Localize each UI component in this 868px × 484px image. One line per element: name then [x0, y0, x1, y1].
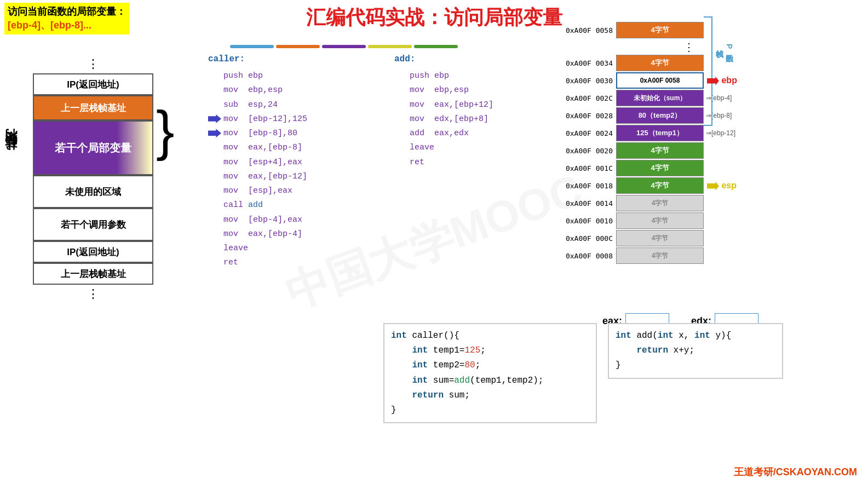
add-asm-area: add: push ebp mov ebp,esp mov eax,[ebp+1… [394, 52, 537, 170]
ccode-line4: int sum=add(temp1,temp2); [391, 373, 589, 388]
mem-addr-0010: 0xA00F 0010 [553, 217, 616, 225]
mem-cell-000c: 4字节 [616, 230, 704, 246]
add-push-ebp: push ebp [394, 69, 537, 83]
ebp-12-label: ⇒[ebp-12] [706, 129, 735, 137]
color-bar-2 [276, 45, 320, 48]
mem-addr-0028: 0xA00F 0028 [553, 112, 616, 120]
ccode-line5: return sum; [391, 388, 589, 403]
asm-line-mov-eax-ebp8: mov eax,[ebp-8] [208, 141, 394, 155]
caller-ccode-area: int caller(){ int temp1=125; int temp2=8… [383, 323, 597, 423]
mem-cell-0058: 4字节 [616, 22, 704, 38]
mem-row-0034: 0xA00F 0034 4字节 [553, 55, 761, 71]
asm-line-mov-esp4-eax: mov [esp+4],eax [208, 155, 394, 170]
mem-addr-0034: 0xA00F 0034 [553, 59, 616, 67]
add-mov-eax-ebp12: mov eax,[ebp+12] [394, 98, 537, 112]
add-asm-lines: push ebp mov ebp,esp mov eax,[ebp+12] mo… [394, 69, 537, 170]
stack-params-block: 若干个调用参数 [33, 208, 153, 241]
mem-addr-0014: 0xA00F 0014 [553, 199, 616, 208]
stack-prev-ebp2-block: 上一层栈帧基址 [33, 263, 153, 285]
stack-dots-top: ⋮ [33, 55, 153, 73]
add-mov-ebp-esp: mov ebp,esp [394, 83, 537, 97]
mem-cell-0028: 80（temp2） [616, 107, 704, 124]
mem-addr-0058: 0xA00F 0058 [553, 26, 616, 34]
add-ccode-area: int add(int x, int y){ return x+y; } [608, 323, 783, 379]
mem-row-0010: 0xA00F 0010 4字节 [553, 212, 761, 229]
mem-row-0024: 0xA00F 0024 125（temp1） ⇒[ebp-12] [553, 125, 761, 141]
memory-diagram: 0xA00F 0058 4字节 P函数栈帧 ⋮ 0xA00F 0034 4字节 … [553, 22, 761, 265]
ccode-line2: int temp1=125; [391, 343, 589, 358]
asm-line-leave: leave [208, 241, 394, 256]
mem-addr-0030: 0xA00F 0030 [553, 77, 616, 85]
add-leave: leave [394, 141, 537, 155]
stack-ip-block: IP(返回地址) [33, 73, 153, 95]
title-part2: 访问局部变量 [444, 6, 562, 28]
esp-arrow-container: esp [707, 181, 737, 191]
stack-prev-ebp-block: 上一层栈帧基址 [33, 95, 153, 120]
esp-text: esp [721, 181, 737, 190]
color-bar-3 [322, 45, 366, 48]
ccode-line1: int caller(){ [391, 329, 589, 343]
stack-diagram-container: 栈帧结构 ⋮ IP(返回地址) 上一层栈帧基址 若干个局部变量 未使用的区域 }… [33, 55, 175, 303]
title: 汇编代码实战：访问局部变量 [306, 6, 562, 28]
cadd-line1: int add(int x, int y){ [616, 329, 775, 343]
ccode-line3: int temp2=80; [391, 358, 589, 373]
mem-row-0008: 0xA00F 0008 4字节 [553, 247, 761, 264]
caller-asm-lines: push ebp mov ebp,esp sub esp,24 mov [ebp… [208, 69, 394, 270]
mem-row-0020: 0xA00F 0020 4字节 [553, 142, 761, 159]
color-bar-4 [368, 45, 412, 48]
mem-row-001c: 0xA00F 001C 4字节 [553, 160, 761, 176]
asm-line-mov-ebp12: mov [ebp-12],125 [208, 112, 394, 126]
caller-asm-area: caller: push ebp mov ebp,esp sub esp,24 … [208, 52, 394, 270]
asm-line-mov-eax-ebp12: mov eax,[ebp-12] [208, 170, 394, 184]
mem-addr-0024: 0xA00F 0024 [553, 129, 616, 137]
mem-row-0058: 0xA00F 0058 4字节 P函数栈帧 [553, 22, 761, 38]
mem-cell-0020: 4字节 [616, 142, 704, 159]
esp-arrow [707, 182, 719, 191]
color-bar-5 [414, 45, 458, 48]
mem-row-002c: 0xA00F 002C 未初始化（sum） ⇒[ebp-4] [553, 90, 761, 106]
mem-cell-0010: 4字节 [616, 212, 704, 229]
add-ret: ret [394, 155, 537, 170]
mem-cell-0014: 4字节 [616, 195, 704, 211]
mem-cell-0034: 4字节 [616, 55, 704, 71]
mem-row-0018: 0xA00F 0018 4字节 esp [553, 177, 761, 194]
p-func-bracket [704, 16, 712, 126]
asm-line-push-ebp: push ebp [208, 69, 394, 83]
mem-addr-0018: 0xA00F 0018 [553, 182, 616, 190]
mem-addr-002c: 0xA00F 002C [553, 94, 616, 102]
ebp-text: ebp [721, 76, 737, 85]
stack-unused-block: 未使用的区域 [33, 175, 153, 208]
stack-ip2-block: IP(返回地址) [33, 241, 153, 263]
footer-text: 王道考研/CSKAOYAN.COM [734, 466, 857, 477]
asm-line-call-add: call add [208, 198, 394, 212]
stack-label: 栈帧结构 [3, 148, 19, 161]
color-bars [230, 45, 458, 48]
mem-row-000c: 0xA00F 000C 4字节 [553, 230, 761, 246]
caller-label: caller: [208, 52, 394, 67]
cadd-line3: } [616, 358, 775, 373]
mem-cell-0024: 125（temp1） [616, 125, 704, 141]
mem-cell-002c: 未初始化（sum） [616, 90, 704, 106]
cadd-line2: return x+y; [616, 343, 775, 358]
mem-cell-0018: 4字节 [616, 177, 704, 194]
color-bar-1 [230, 45, 274, 48]
stack-dots-bottom: ⋮ [33, 285, 153, 303]
mem-dots-top: ⋮ [616, 39, 761, 55]
asm-line-mov-ebp4-eax: mov [ebp-4],eax [208, 213, 394, 227]
mem-addr-0008: 0xA00F 0008 [553, 252, 616, 260]
mem-row-0014: 0xA00F 0014 4字节 [553, 195, 761, 211]
asm-line-mov-ebp8: mov [ebp-8],80 [208, 126, 394, 141]
ccode-line6: } [391, 403, 589, 418]
stack-locals-block: 若干个局部变量 [33, 120, 153, 175]
mem-addr-000c: 0xA00F 000C [553, 234, 616, 243]
footer: 王道考研/CSKAOYAN.COM [734, 465, 857, 479]
asm-line-mov-esp-eax: mov [esp],eax [208, 184, 394, 198]
asm-line-ret: ret [208, 256, 394, 270]
brace-right: } [156, 103, 174, 158]
stack-wrapper: ⋮ IP(返回地址) 上一层栈帧基址 若干个局部变量 未使用的区域 } 若干个调… [33, 55, 153, 303]
asm-line-sub-esp: sub esp,24 [208, 98, 394, 112]
asm-line-mov-ebp-esp: mov ebp,esp [208, 83, 394, 97]
mem-addr-001c: 0xA00F 001C [553, 164, 616, 172]
p-func-label: P函数栈帧 [715, 44, 734, 49]
mem-cell-0030: 0xA00F 0058 [616, 72, 704, 89]
